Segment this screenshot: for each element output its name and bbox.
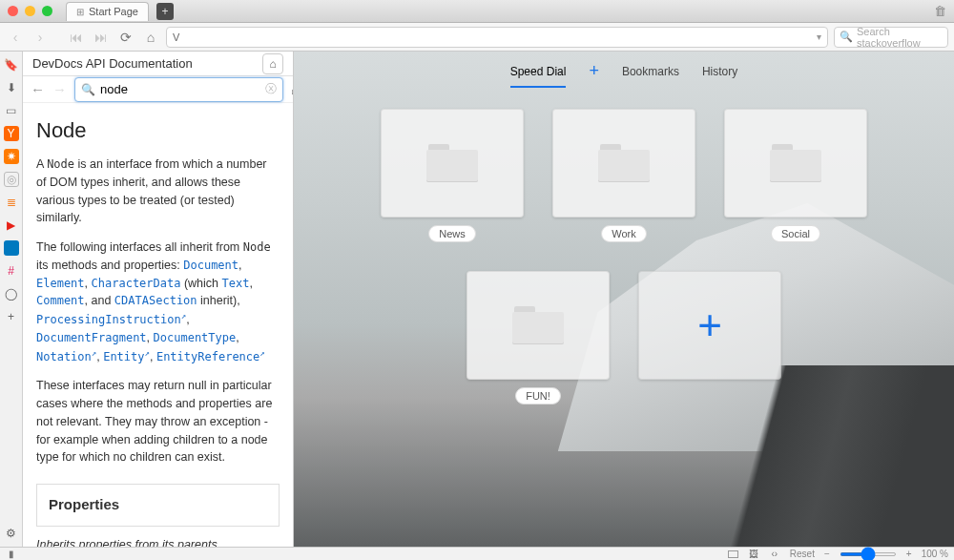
speed-dial-grid: News Work Social FUN! + bbox=[357, 109, 891, 404]
browser-tab-start-page[interactable]: ⊞ Start Page bbox=[66, 2, 149, 21]
devdocs-article: Node A Node is an interface from which a… bbox=[23, 103, 293, 547]
minimize-window-button[interactable] bbox=[25, 6, 35, 16]
rewind-button[interactable]: ⏮ bbox=[67, 28, 86, 47]
tile-label: FUN! bbox=[515, 387, 561, 404]
trash-icon[interactable]: 🗑 bbox=[934, 4, 946, 18]
browser-toolbar: ‹ › ⏮ ⏭ ⟳ ⌂ V ▾ 🔍 Search stackoverflow bbox=[0, 23, 954, 52]
link-element[interactable]: Element bbox=[36, 277, 85, 290]
panel-icon-strip: 🔖 ⬇ ▭ Y ✷ ◎ ≣ ▶ # ◯ + ⚙ bbox=[0, 52, 23, 547]
add-panel-icon[interactable]: + bbox=[4, 309, 19, 324]
speed-dial-folder-work[interactable] bbox=[552, 109, 695, 218]
devdocs-header: DevDocs API Documentation ⌂ bbox=[23, 52, 293, 76]
devdocs-forward-button[interactable]: → bbox=[52, 81, 67, 97]
stackoverflow-panel-icon[interactable]: ≣ bbox=[4, 195, 19, 210]
page-actions-icon[interactable]: ‹› bbox=[769, 550, 780, 559]
back-button[interactable]: ‹ bbox=[6, 28, 25, 47]
link-characterdata[interactable]: CharacterData bbox=[92, 277, 181, 290]
search-bar[interactable]: 🔍 Search stackoverflow bbox=[834, 27, 948, 48]
folder-icon bbox=[598, 144, 650, 182]
speed-dial-folder-fun[interactable] bbox=[467, 271, 610, 380]
site-favicon: V bbox=[173, 31, 179, 43]
link-document[interactable]: Document bbox=[183, 259, 238, 272]
inherits-note: Inherits properties from its parents Eve… bbox=[36, 536, 280, 547]
close-window-button[interactable] bbox=[8, 6, 18, 16]
folder-icon bbox=[426, 144, 478, 182]
github-panel-icon[interactable]: ◯ bbox=[4, 286, 19, 301]
search-icon: 🔍 bbox=[840, 31, 853, 43]
tile-label: Social bbox=[771, 225, 820, 242]
downloads-panel-icon[interactable]: ⬇ bbox=[4, 80, 19, 95]
folder-icon bbox=[770, 144, 821, 182]
article-paragraph: The following interfaces all inherit fro… bbox=[36, 239, 280, 365]
link-documentfragment[interactable]: DocumentFragment bbox=[36, 331, 147, 344]
link-documenttype[interactable]: DocumentType bbox=[154, 331, 237, 344]
tile-label: News bbox=[428, 225, 476, 242]
tile-label: Work bbox=[601, 225, 646, 242]
zoom-out-button[interactable]: − bbox=[824, 549, 830, 559]
devdocs-search-box[interactable]: 🔍 ⓧ bbox=[74, 77, 283, 102]
images-toggle-icon[interactable]: 🖼 bbox=[748, 550, 759, 559]
speed-dial-folder-news[interactable] bbox=[381, 109, 524, 218]
panel-home-button[interactable]: ⌂ bbox=[262, 53, 283, 74]
nav-bookmarks[interactable]: Bookmarks bbox=[622, 65, 679, 88]
bookmarks-panel-icon[interactable]: 🔖 bbox=[4, 57, 19, 73]
reload-button[interactable]: ⟳ bbox=[116, 28, 135, 47]
article-paragraph: A Node is an interface from which a numb… bbox=[36, 156, 280, 227]
plus-icon: + bbox=[697, 301, 722, 349]
clear-search-icon[interactable]: ⓧ bbox=[265, 81, 277, 97]
window-titlebar: ⊞ Start Page + 🗑 bbox=[0, 0, 954, 23]
address-bar[interactable]: V ▾ bbox=[166, 27, 828, 48]
panel-icon-orange[interactable]: ✷ bbox=[4, 149, 19, 164]
home-button[interactable]: ⌂ bbox=[141, 28, 160, 47]
new-tab-button[interactable]: + bbox=[156, 3, 174, 20]
panel-icon-box[interactable]: ◎ bbox=[4, 172, 19, 187]
speed-dial-icon: ⊞ bbox=[76, 7, 84, 17]
link-text[interactable]: Text bbox=[222, 277, 250, 290]
status-bar: ▮ 🖼 ‹› Reset − + 100 % bbox=[0, 547, 954, 560]
speed-dial-folder-social[interactable] bbox=[724, 109, 867, 218]
slack-panel-icon[interactable]: # bbox=[4, 263, 19, 279]
panel-toggle-icon[interactable]: ▮ bbox=[6, 550, 17, 559]
speed-dial-area: Speed Dial + Bookmarks History News Work… bbox=[294, 52, 954, 547]
link-cdatasection[interactable]: CDATASection bbox=[114, 294, 197, 307]
devdocs-title: DevDocs API Documentation bbox=[32, 56, 193, 71]
notes-panel-icon[interactable]: ▭ bbox=[4, 103, 19, 118]
devdocs-search-input[interactable] bbox=[100, 82, 260, 96]
zoom-in-button[interactable]: + bbox=[906, 549, 912, 559]
window-controls bbox=[8, 6, 52, 16]
maximize-window-button[interactable] bbox=[42, 6, 52, 16]
nav-history[interactable]: History bbox=[702, 65, 737, 88]
article-paragraph: These interfaces may return null in part… bbox=[36, 377, 280, 467]
add-speed-dial-group-button[interactable]: + bbox=[589, 65, 599, 88]
forward-button[interactable]: › bbox=[31, 28, 50, 47]
zoom-slider[interactable] bbox=[840, 552, 897, 556]
youtube-panel-icon[interactable]: ▶ bbox=[4, 218, 19, 233]
speed-dial-nav: Speed Dial + Bookmarks History bbox=[294, 65, 954, 88]
search-placeholder: Search stackoverflow bbox=[857, 26, 943, 49]
properties-heading: Properties bbox=[49, 494, 267, 516]
link-processinginstruction[interactable]: ProcessingInstruction bbox=[36, 313, 186, 326]
dropdown-icon[interactable]: ▾ bbox=[817, 31, 821, 42]
zoom-level: 100 % bbox=[922, 549, 948, 559]
devdocs-toolbar: ← → 🔍 ⓧ ⌂ ☰ bbox=[23, 76, 293, 103]
add-speed-dial-tile[interactable]: + bbox=[638, 271, 781, 380]
fast-forward-button[interactable]: ⏭ bbox=[92, 28, 111, 47]
zoom-reset-button[interactable]: Reset bbox=[790, 549, 815, 559]
link-comment[interactable]: Comment bbox=[36, 294, 85, 307]
link-notation[interactable]: Notation bbox=[36, 350, 96, 363]
hackernews-panel-icon[interactable]: Y bbox=[4, 126, 19, 141]
article-heading: Node bbox=[36, 114, 280, 146]
devdocs-back-button[interactable]: ← bbox=[31, 81, 45, 97]
link-entityreference[interactable]: EntityReference bbox=[156, 350, 265, 363]
folder-icon bbox=[512, 306, 564, 344]
link-entity[interactable]: Entity bbox=[103, 350, 150, 363]
properties-section: Properties bbox=[36, 484, 280, 527]
tiling-icon[interactable] bbox=[728, 550, 738, 558]
trello-panel-icon[interactable] bbox=[4, 240, 19, 256]
devdocs-panel: DevDocs API Documentation ⌂ ← → 🔍 ⓧ ⌂ ☰ … bbox=[23, 52, 294, 547]
settings-icon[interactable]: ⚙ bbox=[4, 526, 19, 541]
search-icon: 🔍 bbox=[81, 83, 95, 96]
tab-label: Start Page bbox=[89, 6, 138, 17]
nav-speed-dial[interactable]: Speed Dial bbox=[510, 65, 567, 88]
